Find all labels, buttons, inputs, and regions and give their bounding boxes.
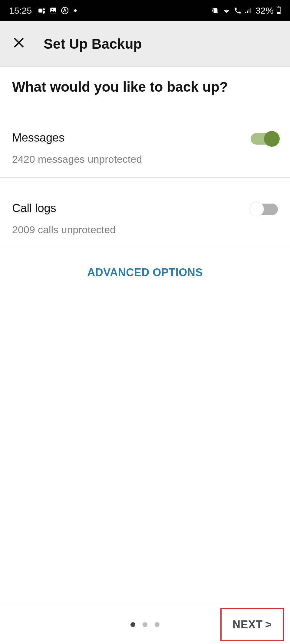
- chevron-right-icon: >: [265, 618, 272, 631]
- vibrate-icon: [211, 7, 219, 15]
- signal-icon: [245, 7, 252, 15]
- page-dot-3: [155, 622, 160, 627]
- option-messages[interactable]: Messages 2420 messages unprotected: [12, 119, 278, 177]
- advanced-options-link[interactable]: ADVANCED OPTIONS: [12, 266, 278, 279]
- option-call-logs[interactable]: Call logs 2009 calls unprotected: [12, 178, 278, 248]
- option-texts: Call logs 2009 calls unprotected: [12, 202, 251, 236]
- page-dot-2: [143, 622, 147, 627]
- battery-percent: 32%: [255, 5, 274, 16]
- question-heading: What would you like to back up?: [12, 79, 278, 95]
- status-left: 15:25: [9, 5, 77, 16]
- page-title: Set Up Backup: [44, 36, 142, 52]
- svg-rect-6: [245, 12, 246, 13]
- close-icon[interactable]: [12, 36, 25, 52]
- messages-toggle[interactable]: [251, 133, 278, 145]
- option-texts: Messages 2420 messages unprotected: [12, 131, 251, 165]
- svg-point-1: [43, 8, 45, 10]
- wifi-icon: [222, 7, 231, 15]
- divider: [0, 248, 290, 248]
- image-icon: [49, 7, 57, 15]
- svg-rect-0: [38, 9, 42, 13]
- call-icon: [234, 7, 242, 15]
- advanced-label: ADVANCED OPTIONS: [87, 266, 203, 279]
- app-header: Set Up Backup: [0, 21, 290, 67]
- option-title: Messages: [12, 131, 251, 144]
- next-label: NEXT: [232, 618, 263, 631]
- svg-rect-8: [249, 9, 249, 13]
- toggle-knob: [249, 202, 264, 216]
- option-title: Call logs: [12, 202, 251, 215]
- teams-icon: [38, 7, 46, 15]
- svg-point-3: [52, 9, 53, 10]
- content: What would you like to back up? Messages…: [0, 67, 290, 291]
- battery-icon: [277, 7, 281, 14]
- svg-rect-7: [247, 11, 248, 13]
- status-right: 32%: [211, 5, 281, 16]
- bottom-bar: NEXT >: [0, 605, 290, 644]
- circle-a-icon: [61, 7, 69, 15]
- call-logs-toggle[interactable]: [251, 204, 278, 215]
- next-button[interactable]: NEXT >: [220, 608, 284, 641]
- toggle-knob: [264, 131, 280, 147]
- status-time: 15:25: [9, 5, 32, 16]
- dot-icon: [74, 9, 77, 12]
- page-indicator: [130, 622, 160, 627]
- option-subtitle: 2009 calls unprotected: [12, 224, 251, 236]
- status-bar: 15:25 32%: [0, 0, 290, 21]
- svg-rect-9: [250, 8, 251, 13]
- option-subtitle: 2420 messages unprotected: [12, 153, 251, 165]
- page-dot-1: [130, 622, 135, 627]
